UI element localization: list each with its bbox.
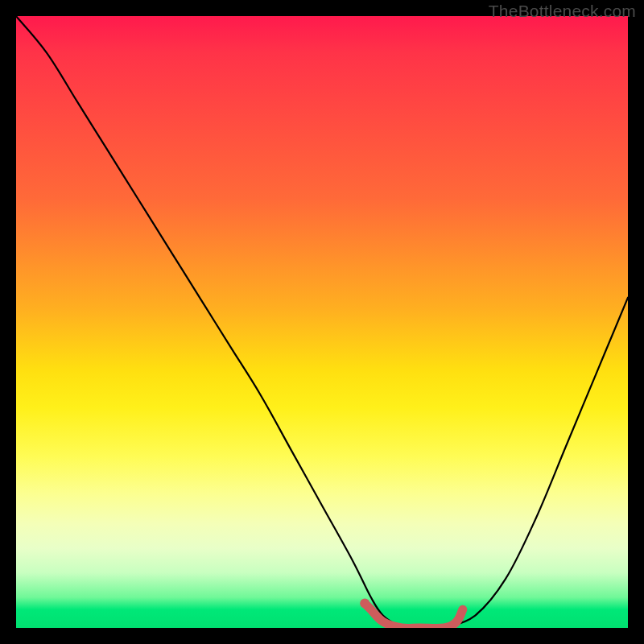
plot-area [16, 16, 628, 628]
optimal-range-marker [365, 604, 463, 628]
watermark-text: TheBottleneck.com [489, 2, 636, 21]
chart-frame: TheBottleneck.com [0, 0, 644, 644]
chart-svg [16, 16, 628, 628]
bottleneck-curve-right [444, 298, 628, 628]
optimal-start-dot [360, 599, 369, 609]
bottleneck-curve-left [16, 16, 402, 628]
